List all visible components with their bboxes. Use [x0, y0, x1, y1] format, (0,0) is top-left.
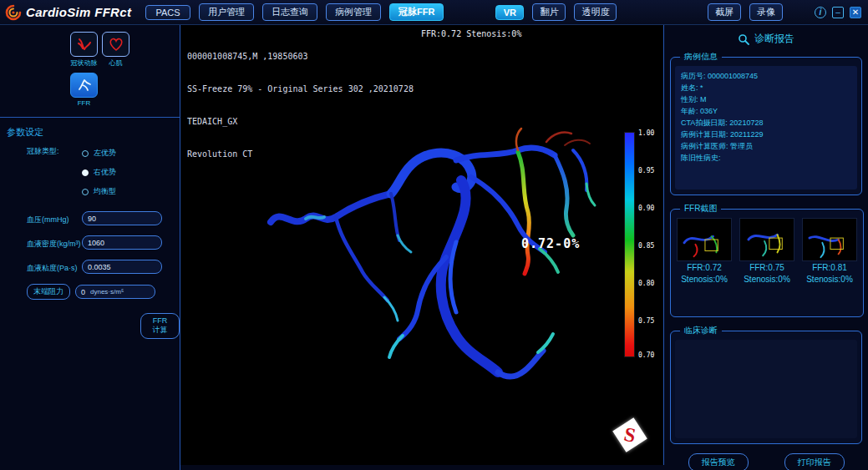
- info-icon[interactable]: i: [815, 7, 826, 18]
- screenshot-thumbs: FFR:0.72 Stenosis:0% FFR:0.75 Stenosis:0…: [675, 218, 859, 285]
- report-preview-button[interactable]: 报告预览: [688, 453, 749, 470]
- case-info-row: 姓名: *: [681, 82, 851, 93]
- tool-coronary-artery[interactable]: 冠状动脉: [70, 32, 98, 68]
- brand: CardioSim FFRct: [5, 4, 140, 21]
- case-info-row: 性别: M: [681, 93, 851, 105]
- minimize-icon[interactable]: –: [832, 7, 844, 18]
- radio-label: 均衡型: [94, 186, 116, 197]
- screenshot-button[interactable]: 截屏: [708, 3, 741, 21]
- tool-label: 心肌: [102, 58, 129, 68]
- field-value: 036Y: [700, 107, 718, 115]
- nav-pacs-button[interactable]: PACS: [145, 5, 190, 20]
- colorbar-tick: 0.80: [638, 280, 654, 287]
- print-report-button[interactable]: 打印报告: [784, 453, 845, 470]
- field-value: 20211229: [730, 130, 763, 139]
- diagnostic-report-panel: 诊断报告 病例信息 病历号: 000001008745 姓名: * 性别: M …: [664, 25, 868, 470]
- ffr-screenshots-title: FFR截图: [680, 203, 721, 215]
- scanner-line: Revolution CT: [187, 149, 414, 159]
- tool-myocardium[interactable]: 心肌: [102, 32, 129, 68]
- case-info-row: CTA拍摄日期: 20210728: [681, 117, 851, 129]
- case-info-panel: 病例信息 病历号: 000001008745 姓名: * 性别: M 年龄: 0…: [670, 51, 862, 195]
- radio-icon: [82, 189, 89, 195]
- colorbar-tick: 0.70: [638, 351, 654, 359]
- lesion-value-label: 0.72-0%: [521, 236, 580, 251]
- blood-pressure-input[interactable]: [82, 211, 162, 225]
- nav-log-query-button[interactable]: 日志查询: [262, 3, 317, 21]
- field-label: 性别:: [681, 95, 698, 104]
- ffr-thumbnail-image: [739, 218, 794, 261]
- ffr-calculate-button[interactable]: FFR计算: [140, 313, 180, 339]
- thumb-stenosis-value: Stenosis:0%: [738, 274, 796, 285]
- parameter-section-title: 参数设定: [7, 126, 180, 139]
- radio-label: 左优势: [94, 148, 116, 159]
- app-logo-icon: [5, 4, 22, 21]
- tool-ffr[interactable]: FFR: [70, 73, 98, 107]
- institution-line: TEDAICH_GX: [187, 116, 414, 127]
- field-label: 陈旧性病史:: [681, 154, 721, 162]
- distal-resistance-unit: dynes·s/m⁵: [90, 288, 124, 296]
- coronary-type-row: 冠脉类型: 左优势 右优势 均衡型: [27, 144, 180, 201]
- case-info-row: 陈旧性病史:: [681, 152, 851, 164]
- thumb-ffr-value: FFR:0.75: [738, 262, 796, 273]
- screenshots-empty-space: [675, 285, 859, 311]
- radio-balanced[interactable]: 均衡型: [82, 182, 116, 201]
- radio-label: 右优势: [94, 167, 116, 178]
- radio-icon: [82, 169, 89, 176]
- case-info-row: 病历号: 000001008745: [681, 70, 851, 82]
- radio-left-dominant[interactable]: 左优势: [82, 144, 116, 163]
- field-value: *: [700, 83, 703, 92]
- blood-viscosity-input[interactable]: [82, 260, 162, 274]
- distal-resistance-input[interactable]: 0 dynes·s/m⁵: [75, 285, 155, 299]
- colorbar-gradient: [624, 132, 635, 357]
- flip-button[interactable]: 翻片: [532, 3, 566, 21]
- field-value: M: [700, 95, 707, 104]
- field-label: 姓名:: [681, 83, 698, 92]
- nav-case-management-button[interactable]: 病例管理: [326, 3, 381, 21]
- distal-resistance-row: 末端阻力 0 dynes·s/m⁵: [5, 284, 180, 300]
- main-content: 冠状动脉 心肌 FFR 参数设定: [0, 25, 868, 470]
- field-value: 20210728: [729, 119, 763, 127]
- close-icon[interactable]: ✕: [850, 7, 861, 18]
- thumb-ffr-value: FFR:0.81: [800, 262, 859, 273]
- report-header: 诊断报告: [670, 32, 862, 46]
- coronary-artery-icon: [70, 32, 98, 57]
- record-button[interactable]: 录像: [749, 3, 783, 21]
- blood-pressure-row: 血压(mmHg): [27, 211, 180, 225]
- ffr-icon: [70, 73, 98, 98]
- report-magnifier-icon: [738, 33, 749, 45]
- patient-id-line: 000001008745,M ,19850603: [187, 51, 414, 62]
- case-info-box: 病历号: 000001008745 姓名: * 性别: M 年龄: 036Y C…: [675, 66, 857, 190]
- nav-coronary-ffr-button[interactable]: 冠脉FFR: [389, 3, 444, 21]
- ffr-screenshot-thumb[interactable]: FFR:0.75 Stenosis:0%: [738, 218, 796, 285]
- vendor-watermark: S: [608, 413, 652, 457]
- blood-density-label: 血液密度(kg/m³): [27, 236, 82, 250]
- ffr-screenshots-panel: FFR截图 FFR:0.72 Stenosis:0%: [670, 203, 864, 317]
- field-value: 000001008745: [708, 72, 758, 80]
- clinical-diagnosis-textarea[interactable]: [675, 340, 857, 438]
- watermark-letter: S: [622, 424, 637, 446]
- myocardium-icon: [102, 32, 129, 57]
- field-label: 病例计算医师:: [681, 142, 728, 150]
- parameter-block: 冠脉类型: 左优势 右优势 均衡型: [27, 144, 180, 339]
- transparency-button[interactable]: 透明度: [574, 3, 617, 21]
- app-title: CardioSim FFRct: [26, 5, 131, 19]
- distal-resistance-button[interactable]: 末端阻力: [27, 284, 70, 300]
- ffr-tool-row: FFR: [70, 73, 180, 107]
- ffr-screenshot-thumb[interactable]: FFR:0.72 Stenosis:0%: [675, 218, 733, 285]
- nav-user-management-button[interactable]: 用户管理: [199, 3, 254, 21]
- blood-viscosity-row: 血液粘度(Pa·s): [27, 260, 180, 274]
- parameter-sidebar: 冠状动脉 心肌 FFR 参数设定: [0, 25, 180, 470]
- blood-density-input[interactable]: [82, 235, 162, 250]
- ffr-thumbnail-image: [677, 218, 732, 261]
- window-controls: i – ✕: [815, 7, 861, 18]
- case-info-title: 病例信息: [680, 51, 722, 63]
- 3d-viewport[interactable]: 000001008745,M ,19850603 SS-Freeze 79% -…: [180, 25, 664, 465]
- ffr-thumbnail-image: [802, 218, 857, 261]
- view-controls: VR 翻片 透明度: [495, 3, 617, 21]
- radio-right-dominant[interactable]: 右优势: [82, 163, 116, 182]
- vr-mode-button[interactable]: VR: [495, 5, 524, 20]
- tool-label: FFR: [70, 99, 98, 107]
- thumb-stenosis-value: Stenosis:0%: [675, 274, 733, 285]
- ffr-screenshot-thumb[interactable]: FFR:0.81 Stenosis:0%: [800, 218, 859, 285]
- colorbar-tick: 0.95: [638, 167, 654, 174]
